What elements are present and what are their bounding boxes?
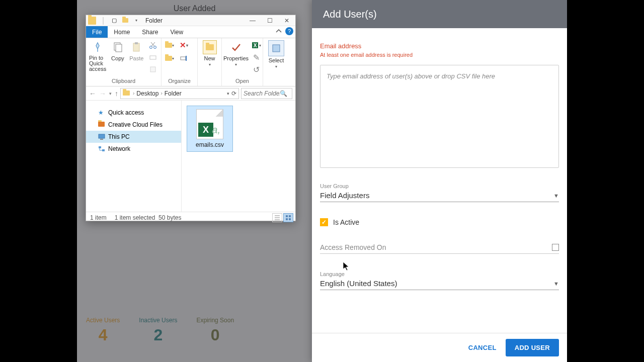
- cancel-button[interactable]: CANCEL: [468, 344, 497, 351]
- file-explorer-window: | ▢ ▾ Folder ― ☐ ✕ File Home Share View …: [86, 15, 296, 221]
- breadcrumb[interactable]: › Desktop › Folder ▾ ⟳: [120, 88, 239, 99]
- copy-path-icon[interactable]: [148, 52, 158, 62]
- button-label: Paste: [129, 55, 143, 61]
- svg-rect-12: [99, 134, 105, 138]
- user-group-select[interactable]: Field Adjusters ▼: [320, 189, 559, 202]
- search-field[interactable]: [244, 90, 280, 97]
- svg-rect-15: [102, 149, 105, 151]
- csv-glyph: a,: [212, 124, 220, 136]
- folder-icon: [98, 121, 105, 128]
- properties-button[interactable]: Properties ▾: [225, 40, 247, 67]
- nav-item-label: Network: [108, 145, 130, 152]
- recent-dropdown-icon[interactable]: ▾: [109, 91, 112, 96]
- back-button[interactable]: ←: [89, 89, 96, 98]
- group-label: Open: [225, 78, 260, 86]
- paste-button[interactable]: Paste: [129, 40, 144, 61]
- refresh-icon[interactable]: ⟳: [231, 90, 236, 97]
- forward-button[interactable]: →: [99, 89, 106, 98]
- open-icon[interactable]: X▾: [251, 40, 261, 50]
- chevron-down-icon: ▾: [235, 62, 237, 67]
- language-select[interactable]: English (United States) ▼: [320, 277, 559, 290]
- move-to-icon[interactable]: ▾: [165, 40, 175, 50]
- button-label: Pin to Quick access: [89, 55, 106, 72]
- properties-icon[interactable]: ▢: [110, 17, 118, 25]
- tab-home[interactable]: Home: [108, 26, 136, 38]
- copy-icon: [111, 40, 125, 54]
- dropdown-icon[interactable]: ▾: [132, 17, 140, 25]
- delete-icon[interactable]: ✕▾: [179, 40, 189, 50]
- paste-shortcut-icon[interactable]: [148, 64, 158, 74]
- svg-rect-13: [100, 139, 103, 140]
- collapse-ribbon-icon[interactable]: [275, 28, 282, 35]
- up-button[interactable]: ↑: [115, 89, 118, 98]
- email-input[interactable]: Type email address of user(s) above or d…: [320, 65, 559, 168]
- folder-icon-small: [121, 17, 129, 25]
- help-icon[interactable]: ?: [285, 27, 293, 35]
- add-user-drawer: Add User(s) Email address At least one e…: [312, 0, 567, 362]
- folder-icon: [88, 17, 96, 25]
- calendar-icon: [552, 244, 559, 251]
- group-label: Clipboard: [89, 78, 158, 86]
- chevron-down-icon[interactable]: ▾: [227, 91, 229, 96]
- is-active-checkbox[interactable]: ✓ Is Active: [320, 218, 559, 226]
- network-icon: [98, 145, 105, 152]
- copy-button[interactable]: Copy: [110, 40, 125, 61]
- svg-rect-8: [181, 57, 186, 60]
- access-removed-input[interactable]: Access Removed On: [320, 243, 559, 254]
- svg-point-4: [149, 46, 152, 49]
- select-button[interactable]: Select ▾: [266, 40, 286, 69]
- user-group-label: User Group: [320, 183, 559, 189]
- copy-to-icon[interactable]: ▾: [165, 53, 175, 63]
- tab-view[interactable]: View: [164, 26, 189, 38]
- group-label: [266, 78, 286, 86]
- search-input[interactable]: 🔍: [241, 88, 292, 99]
- drawer-title: Add User(s): [312, 0, 567, 28]
- nav-item-label: This PC: [108, 133, 130, 140]
- language-label: Language: [320, 271, 559, 277]
- svg-rect-18: [286, 218, 288, 220]
- window-title: Folder: [145, 17, 163, 24]
- svg-rect-2: [133, 43, 139, 51]
- drawer-footer: CANCEL ADD USER: [312, 333, 567, 362]
- search-icon[interactable]: 🔍: [280, 90, 287, 97]
- maximize-button[interactable]: ☐: [261, 15, 278, 26]
- svg-rect-14: [99, 146, 101, 148]
- edit-icon[interactable]: ✎: [251, 52, 261, 62]
- checkmark-icon: [229, 40, 243, 54]
- pin-to-quick-access-button[interactable]: Pin to Quick access: [89, 40, 106, 72]
- checkbox-label: Is Active: [333, 218, 359, 226]
- button-label: Select: [269, 57, 284, 63]
- window-titlebar[interactable]: | ▢ ▾ Folder ― ☐ ✕: [86, 15, 295, 26]
- svg-rect-1: [116, 44, 122, 52]
- file-list[interactable]: X a, emails.csv: [182, 101, 295, 212]
- email-error-message: At least one email address is required: [320, 52, 559, 58]
- qat-separator: |: [99, 17, 107, 25]
- close-button[interactable]: ✕: [278, 15, 295, 26]
- file-item-emails-csv[interactable]: X a, emails.csv: [187, 106, 233, 152]
- cut-icon[interactable]: [148, 40, 158, 50]
- field-label: Access Removed On: [320, 243, 386, 251]
- nav-item-creative-cloud[interactable]: Creative Cloud Files: [86, 119, 181, 131]
- new-folder-icon: [203, 40, 217, 54]
- csv-file-icon: X a,: [196, 109, 223, 139]
- select-icon: [268, 40, 284, 56]
- address-bar: ← → ▾ ↑ › Desktop › Folder ▾ ⟳ 🔍: [86, 86, 295, 101]
- svg-point-5: [153, 46, 156, 49]
- minimize-button[interactable]: ―: [244, 15, 261, 26]
- nav-item-this-pc[interactable]: This PC: [86, 131, 181, 143]
- button-label: New: [204, 55, 215, 61]
- add-user-button[interactable]: ADD USER: [506, 339, 559, 356]
- view-details-icon[interactable]: [272, 213, 282, 222]
- status-item-count: 1 item: [90, 214, 107, 221]
- new-button[interactable]: New ▾: [201, 40, 218, 67]
- nav-item-quick-access[interactable]: ★ Quick access: [86, 107, 181, 119]
- tab-share[interactable]: Share: [136, 26, 164, 38]
- breadcrumb-item[interactable]: Folder: [165, 90, 182, 97]
- rename-icon[interactable]: [179, 53, 189, 63]
- history-icon[interactable]: ↺: [251, 64, 261, 74]
- nav-item-network[interactable]: Network: [86, 143, 181, 155]
- tab-file[interactable]: File: [86, 26, 108, 38]
- breadcrumb-item[interactable]: Desktop: [136, 90, 158, 97]
- view-large-icons-icon[interactable]: [283, 213, 293, 222]
- star-icon: ★: [98, 109, 105, 116]
